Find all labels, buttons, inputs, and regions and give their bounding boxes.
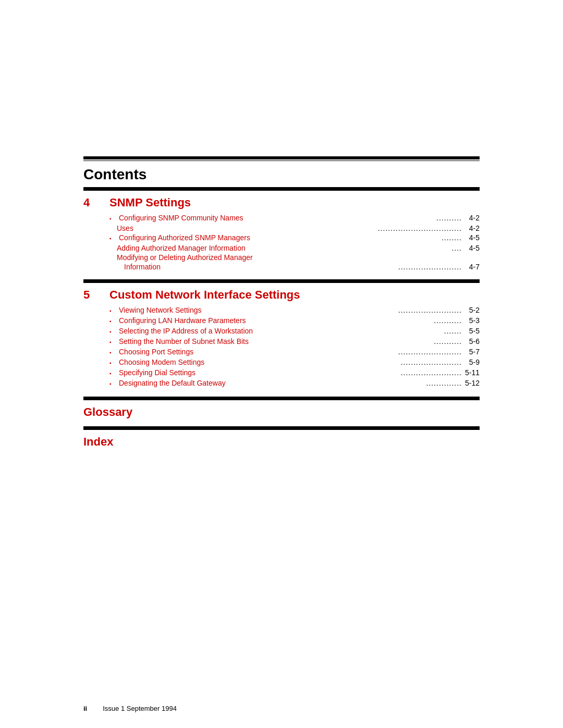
glossary-title: Glossary [83,405,132,418]
entry-page: 4-5 [464,244,480,252]
list-item: Uses ................................. 4… [109,224,480,232]
list-item: Modifying or Deleting Authorized Manager [109,253,480,262]
bullet-icon: ▪ [109,349,117,357]
entry-dots: ........... [434,337,462,346]
header-rule-thin [83,161,480,161]
entry-label: Designating the Default Gateway [119,379,424,387]
entry-dots: ......................... [398,348,462,356]
glossary-section: Glossary [83,397,480,426]
entry-page: 4-2 [464,224,480,232]
entry-label: Configuring SNMP Community Names [119,214,434,222]
index-title: Index [83,435,113,448]
section5-header: 5 Custom Network Interface Settings [83,283,480,305]
list-item: Adding Authorized Manager Information ..… [109,244,480,252]
section5-entries: ▪ Viewing Network Settings .............… [83,305,480,397]
sub-entry-label: Adding Authorized Manager Information [117,244,449,252]
entry-page: 5-9 [464,358,480,366]
entry-dots: ................................. [378,224,462,232]
list-item: ▪ Configuring SNMP Community Names .....… [109,214,480,223]
section4-number: 4 [83,196,109,209]
list-item: ▪ Setting the Number of Subnet Mask Bits… [109,337,480,347]
list-item: ▪ Specifying Dial Settings .............… [109,368,480,378]
list-item: ▪ Configuring Authorized SNMP Managers .… [109,233,480,243]
entry-page: 4-2 [464,214,480,222]
entry-dots: ......................... [398,263,462,271]
entry-dots: .............. [426,379,462,387]
page-container: Contents 4 SNMP Settings ▪ Configuring S… [0,0,563,728]
index-section: Index [83,426,480,456]
sub-entry-label: Modifying or Deleting Authorized Manager [117,253,480,262]
list-item: ▪ Configuring LAN Hardware Parameters ..… [109,316,480,326]
entry-page: 4-7 [464,263,480,271]
entry-dots: ........................ [401,368,462,377]
entry-label: Specifying Dial Settings [119,368,399,377]
entry-label: Viewing Network Settings [119,306,396,314]
entry-dots: ......................... [398,306,462,314]
entry-page: 5-6 [464,337,480,346]
list-item: Information ......................... 4-… [109,263,480,271]
entry-label: Selecting the IP Address of a Workstatio… [119,327,442,335]
bullet-icon: ▪ [109,359,117,367]
footer: ii Issue 1 September 1994 [83,705,480,712]
footer-page-number: ii [83,705,87,712]
entry-page: 5-12 [464,379,480,387]
entry-page: 5-3 [464,316,480,325]
entry-page: 5-11 [464,368,480,377]
entry-label: Configuring LAN Hardware Parameters [119,316,432,325]
entry-page: 5-7 [464,348,480,356]
bullet-icon: ▪ [109,328,117,336]
section4-title: SNMP Settings [109,196,191,209]
entry-dots: ........... [434,316,462,325]
section-4: 4 SNMP Settings ▪ Configuring SNMP Commu… [83,187,480,279]
footer-issue-text: Issue 1 September 1994 [103,705,177,712]
entry-dots: ....... [444,327,462,335]
entry-page: 5-5 [464,327,480,335]
bullet-icon: ▪ [109,338,117,347]
sub-entry-label: Uses [117,224,376,232]
section5-number: 5 [83,288,109,302]
entry-page: 4-5 [464,233,480,242]
bullet-icon: ▪ [109,380,117,388]
section4-header: 4 SNMP Settings [83,191,480,213]
entry-dots: .... [451,244,462,252]
index-block: Index [83,430,480,456]
section4-entries: ▪ Configuring SNMP Community Names .....… [83,213,480,279]
entry-label: Configuring Authorized SNMP Managers [119,233,439,242]
header-rule-thick [83,156,480,159]
entry-label: Choosing Modem Settings [119,358,399,366]
bullet-icon: ▪ [109,307,117,315]
bullet-icon: ▪ [109,235,117,243]
entry-label: Choosing Port Settings [119,348,396,356]
section5-title: Custom Network Interface Settings [109,288,300,302]
bullet-icon: ▪ [109,317,117,326]
sub-entry-continuation: Information [124,263,396,271]
entry-page: 5-2 [464,306,480,314]
bullet-icon: ▪ [109,215,117,223]
content-area: Contents 4 SNMP Settings ▪ Configuring S… [83,0,480,487]
page-title: Contents [83,166,480,183]
entry-dots: .......... [436,214,462,222]
entry-dots: ........ [442,233,462,242]
contents-header: Contents [83,156,480,183]
entry-dots: ........................ [401,358,462,366]
list-item: ▪ Designating the Default Gateway ......… [109,379,480,388]
bullet-icon: ▪ [109,369,117,378]
section-5: 5 Custom Network Interface Settings ▪ Vi… [83,279,480,397]
list-item: ▪ Viewing Network Settings .............… [109,306,480,315]
list-item: ▪ Selecting the IP Address of a Workstat… [109,327,480,336]
glossary-block: Glossary [83,400,480,426]
entry-label: Setting the Number of Subnet Mask Bits [119,337,432,346]
list-item: ▪ Choosing Modem Settings ..............… [109,358,480,367]
list-item: ▪ Choosing Port Settings ...............… [109,348,480,357]
